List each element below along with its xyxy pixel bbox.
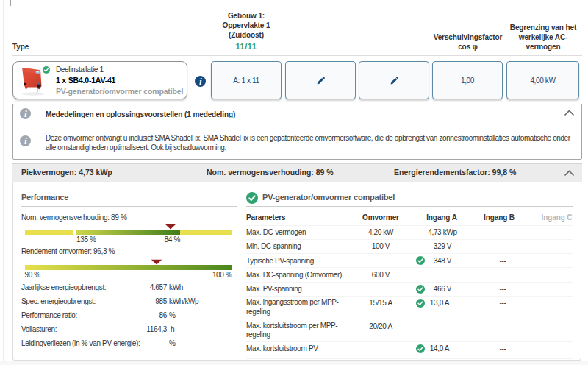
svg-text:i: i [198,76,201,87]
svg-text:i: i [24,135,27,146]
svg-text:i: i [24,108,27,119]
